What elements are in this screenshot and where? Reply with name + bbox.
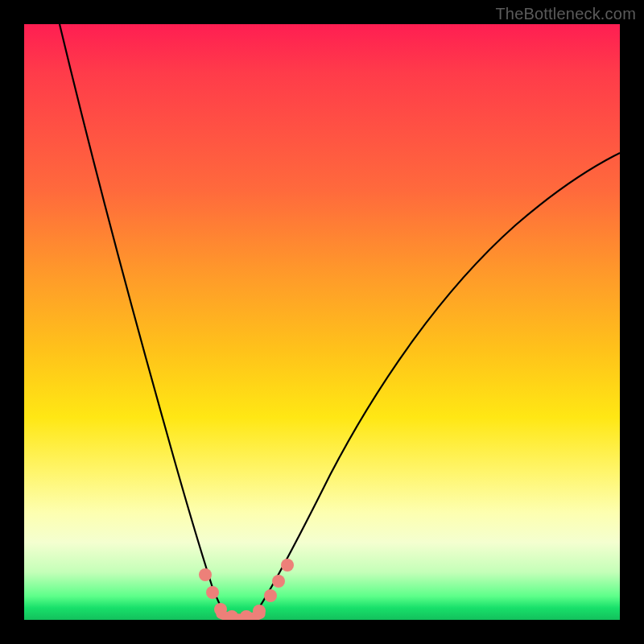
marker-dot (253, 605, 266, 617)
marker-dot (214, 603, 227, 616)
curve-layer (24, 24, 620, 620)
marker-dot (225, 610, 238, 620)
marker-dot (206, 586, 219, 599)
marker-dot (281, 559, 294, 572)
curve-left-branch (60, 24, 228, 618)
chart-frame: TheBottleneck.com (0, 0, 644, 644)
marker-dot (199, 568, 212, 581)
marker-group (199, 559, 294, 620)
curve-right-branch (252, 153, 620, 618)
marker-dot (272, 575, 285, 588)
plot-area (24, 24, 620, 620)
watermark-text: TheBottleneck.com (495, 5, 636, 23)
marker-dot (240, 610, 253, 620)
marker-dot (264, 589, 277, 602)
